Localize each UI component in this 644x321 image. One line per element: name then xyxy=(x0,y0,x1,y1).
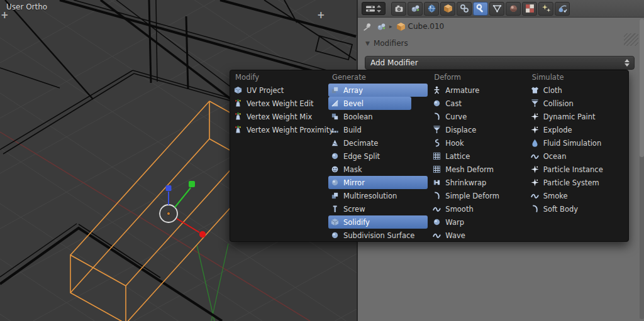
menu-item-wave[interactable]: Wave xyxy=(430,229,525,242)
tab-render[interactable] xyxy=(391,2,406,16)
gizmo-z-handle[interactable] xyxy=(166,185,172,191)
panel-resize-grip[interactable] xyxy=(624,33,638,46)
menu-item-ocean[interactable]: Ocean xyxy=(528,150,627,163)
menu-item-decimate[interactable]: Decimate xyxy=(328,136,428,150)
menu-item-particle-instance[interactable]: Particle Instance xyxy=(528,163,627,176)
vertex-weight-mix-icon xyxy=(234,112,242,121)
menu-item-mirror[interactable]: Mirror xyxy=(328,176,428,189)
breadcrumb: ▸ Cube.010 xyxy=(363,19,444,33)
build-icon xyxy=(331,126,339,134)
solidify-icon xyxy=(331,218,339,226)
object-context-icon[interactable] xyxy=(377,22,386,31)
menu-item-hook[interactable]: Hook xyxy=(430,136,525,150)
mesh-data-icon xyxy=(492,4,502,13)
menu-item-dynamic-paint[interactable]: Dynamic Paint xyxy=(528,110,627,123)
gizmo-y-handle[interactable] xyxy=(189,181,195,187)
menu-item-armature[interactable]: Armature xyxy=(430,84,525,97)
gizmo-y-axis[interactable] xyxy=(175,188,191,207)
menu-item-cloth[interactable]: Cloth xyxy=(528,84,627,97)
add-modifier-dropdown[interactable]: Add Modifier xyxy=(365,56,635,70)
menu-item-label: Array xyxy=(343,86,363,95)
tab-object[interactable] xyxy=(440,2,455,16)
tab-material[interactable] xyxy=(506,2,521,16)
menu-item-mesh-deform[interactable]: Mesh Deform xyxy=(430,163,525,176)
menu-column-simulate: SimulateClothCollisionDynamic PaintExplo… xyxy=(527,72,628,241)
menu-item-fluid-simulation[interactable]: Fluid Simulation xyxy=(528,136,627,150)
menu-item-label: Cloth xyxy=(543,86,562,95)
menu-item-vertex-weight-edit[interactable]: Vertex Weight Edit xyxy=(231,97,326,110)
menu-item-label: Particle Instance xyxy=(543,165,603,174)
menu-item-explode[interactable]: Explode xyxy=(528,123,627,136)
expand-region-right-button[interactable]: + xyxy=(317,11,325,19)
wave-icon xyxy=(433,231,441,239)
uv-project-icon xyxy=(234,86,242,94)
menu-item-label: Lattice xyxy=(445,152,470,161)
menu-item-warp[interactable]: Warp xyxy=(430,215,525,229)
transform-gizmo[interactable] xyxy=(160,181,206,237)
menu-column-generate: GenerateArrayBevelBooleanBuildDecimateEd… xyxy=(327,72,429,241)
collapse-triangle-icon[interactable]: ▼ xyxy=(365,40,370,46)
smoke-icon xyxy=(531,192,539,200)
menu-item-mask[interactable]: Mask xyxy=(328,163,428,176)
properties-scrollbar[interactable] xyxy=(640,19,644,319)
menu-item-collision[interactable]: Collision xyxy=(528,97,627,110)
menu-item-solidify[interactable]: Solidify xyxy=(328,215,428,229)
tab-scene[interactable] xyxy=(408,2,423,16)
curve-icon xyxy=(433,112,441,121)
modifiers-panel-header[interactable]: ▼ Modifiers xyxy=(365,39,408,48)
tab-world[interactable] xyxy=(424,2,439,16)
scrollbar-thumb[interactable] xyxy=(640,19,644,157)
menu-item-uv-project[interactable]: UV Project xyxy=(231,84,326,97)
menu-item-label: Armature xyxy=(445,86,479,95)
vertex-weight-edit-icon xyxy=(234,99,242,107)
explode-icon xyxy=(531,126,539,134)
menu-item-multiresolution[interactable]: Multiresolution xyxy=(328,189,428,202)
menu-item-build[interactable]: Build xyxy=(328,123,428,136)
menu-item-subdivision-surface[interactable]: Subdivision Surface xyxy=(328,229,428,242)
menu-item-array[interactable]: Array xyxy=(328,84,428,97)
gizmo-x-handle[interactable] xyxy=(199,231,206,237)
menu-item-soft-body[interactable]: Soft Body xyxy=(528,202,627,215)
ocean-icon xyxy=(531,152,539,160)
expand-region-left-button[interactable]: + xyxy=(1,11,9,19)
shrinkwrap-icon xyxy=(433,178,441,187)
menu-item-label: Smoke xyxy=(543,192,568,200)
menu-item-smoke[interactable]: Smoke xyxy=(528,189,627,202)
tab-particles[interactable] xyxy=(538,2,553,16)
menu-item-bevel[interactable]: Bevel xyxy=(328,97,411,110)
editor-type-selector[interactable] xyxy=(362,2,386,15)
vertex-weight-proximity-icon xyxy=(234,126,242,134)
tab-modifiers[interactable] xyxy=(473,2,488,16)
menu-item-label: Ocean xyxy=(543,152,567,161)
tab-physics[interactable] xyxy=(555,2,570,16)
menu-item-cast[interactable]: Cast xyxy=(430,97,525,110)
menu-item-edge-split[interactable]: Edge Split xyxy=(328,150,428,163)
menu-item-vertex-weight-mix[interactable]: Vertex Weight Mix xyxy=(231,110,326,123)
menu-item-shrinkwrap[interactable]: Shrinkwrap xyxy=(430,176,525,189)
menu-item-boolean[interactable]: Boolean xyxy=(328,110,428,123)
pin-icon[interactable] xyxy=(363,22,372,31)
mirror-icon xyxy=(331,178,339,187)
menu-item-label: Mirror xyxy=(343,178,365,187)
menu-column-header: Generate xyxy=(332,73,429,82)
menu-item-label: Collision xyxy=(543,99,574,108)
tab-texture[interactable] xyxy=(522,2,537,16)
menu-item-displace[interactable]: Displace xyxy=(430,123,525,136)
menu-item-label: Curve xyxy=(445,112,467,121)
menu-item-label: Boolean xyxy=(343,112,373,121)
menu-item-simple-deform[interactable]: Simple Deform xyxy=(430,189,525,202)
menu-item-curve[interactable]: Curve xyxy=(430,110,525,123)
menu-item-smooth[interactable]: Smooth xyxy=(430,202,525,215)
menu-item-label: Smooth xyxy=(445,205,473,214)
material-sphere-icon xyxy=(509,4,518,13)
lattice-icon xyxy=(433,152,441,160)
tab-constraints[interactable] xyxy=(457,2,472,16)
multiresolution-icon xyxy=(331,192,339,200)
menu-item-screw[interactable]: Screw xyxy=(328,202,428,215)
tab-object-data[interactable] xyxy=(489,2,504,16)
particles-icon xyxy=(541,4,551,13)
menu-item-particle-system[interactable]: Particle System xyxy=(528,176,627,189)
fluid-simulation-icon xyxy=(531,139,539,147)
menu-item-lattice[interactable]: Lattice xyxy=(430,150,525,163)
menu-item-vertex-weight-proximity[interactable]: Vertex Weight Proximity xyxy=(231,123,326,136)
